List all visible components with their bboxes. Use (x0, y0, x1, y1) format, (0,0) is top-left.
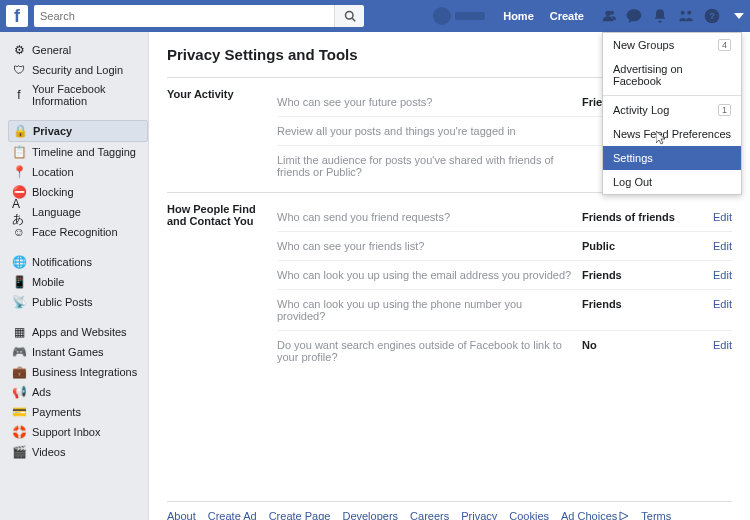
adchoices-icon (619, 511, 629, 520)
footer-link-create-ad[interactable]: Create Ad (208, 510, 257, 520)
footer-link-developers[interactable]: Developers (342, 510, 398, 520)
dropdown-badge: 1 (718, 104, 731, 116)
footer-link-create-page[interactable]: Create Page (269, 510, 331, 520)
sidebar-item-apps-and-websites[interactable]: ▦Apps and Websites (8, 322, 148, 342)
sidebar-item-label: Your Facebook Information (32, 83, 144, 107)
search-wrap (34, 5, 364, 27)
dropdown-item-new-groups[interactable]: New Groups4 (603, 33, 741, 57)
friend-requests-icon[interactable] (600, 8, 616, 24)
help-icon[interactable]: ? (704, 8, 720, 24)
svg-text:?: ? (709, 11, 715, 21)
sidebar-item-videos[interactable]: 🎬Videos (8, 442, 148, 462)
search-button[interactable] (334, 5, 364, 27)
sidebar-icon: 🎮 (12, 345, 26, 359)
setting-row: Do you want search engines outside of Fa… (277, 331, 732, 371)
footer-link-terms[interactable]: Terms (641, 510, 671, 520)
account-menu-caret[interactable] (734, 13, 744, 19)
sidebar-icon: 🔒 (13, 124, 27, 138)
sidebar-item-mobile[interactable]: 📱Mobile (8, 272, 148, 292)
sidebar-icon: f (12, 88, 26, 102)
sidebar-icon: 🌐 (12, 255, 26, 269)
svg-line-1 (352, 18, 355, 21)
sidebar-item-business-integrations[interactable]: 💼Business Integrations (8, 362, 148, 382)
sidebar-icon: 🎬 (12, 445, 26, 459)
sidebar-item-instant-games[interactable]: 🎮Instant Games (8, 342, 148, 362)
sidebar-item-your-facebook-information[interactable]: fYour Facebook Information (8, 80, 148, 110)
sidebar-icon: ⚙ (12, 43, 26, 57)
footer-link-privacy[interactable]: Privacy (461, 510, 497, 520)
sidebar-item-label: General (32, 44, 71, 56)
setting-value: Friends (582, 269, 692, 281)
sidebar-item-public-posts[interactable]: 📡Public Posts (8, 292, 148, 312)
nav-home[interactable]: Home (503, 10, 534, 22)
sidebar-icon: 📡 (12, 295, 26, 309)
settings-sidebar: ⚙General🛡Security and LoginfYour Faceboo… (0, 32, 148, 520)
setting-row: Who can see your friends list?PublicEdit (277, 232, 732, 261)
dropdown-item-advertising-on-facebook[interactable]: Advertising on Facebook (603, 57, 741, 93)
sidebar-icon: 🛡 (12, 63, 26, 77)
profile-name[interactable] (455, 12, 485, 20)
sidebar-item-label: Ads (32, 386, 51, 398)
sidebar-icon: 🛟 (12, 425, 26, 439)
setting-question: Who can see your future posts? (277, 96, 582, 108)
setting-value: No (582, 339, 692, 363)
edit-link[interactable]: Edit (713, 211, 732, 223)
profile-avatar[interactable] (433, 7, 451, 25)
sidebar-item-label: Apps and Websites (32, 326, 127, 338)
sidebar-item-location[interactable]: 📍Location (8, 162, 148, 182)
sidebar-item-language[interactable]: AあLanguage (8, 202, 148, 222)
search-icon (344, 10, 356, 22)
footer-link-careers[interactable]: Careers (410, 510, 449, 520)
sidebar-item-face-recognition[interactable]: ☺Face Recognition (8, 222, 148, 242)
sidebar-item-label: Support Inbox (32, 426, 101, 438)
edit-link[interactable]: Edit (713, 298, 732, 310)
sidebar-icon: 📍 (12, 165, 26, 179)
sidebar-item-ads[interactable]: 📢Ads (8, 382, 148, 402)
sidebar-item-security-and-login[interactable]: 🛡Security and Login (8, 60, 148, 80)
setting-question: Review all your posts and things you're … (277, 125, 582, 137)
sidebar-icon: ☺ (12, 225, 26, 239)
sidebar-icon: 📢 (12, 385, 26, 399)
setting-value: Friends of friends (582, 211, 692, 223)
facebook-logo[interactable]: f (6, 5, 28, 27)
sidebar-item-label: Mobile (32, 276, 64, 288)
settings-section: How People Find and Contact YouWho can s… (167, 192, 732, 371)
footer-link-ad-choices[interactable]: Ad Choices (561, 510, 629, 520)
edit-link[interactable]: Edit (713, 240, 732, 252)
setting-question: Who can look you up using the phone numb… (277, 298, 582, 322)
dropdown-item-activity-log[interactable]: Activity Log1 (603, 98, 741, 122)
quick-help-icon[interactable] (678, 8, 694, 24)
setting-question: Who can look you up using the email addr… (277, 269, 582, 281)
section-label: Your Activity (167, 88, 277, 186)
nav-create[interactable]: Create (550, 10, 584, 22)
dropdown-item-settings[interactable]: Settings (603, 146, 741, 170)
sidebar-item-timeline-and-tagging[interactable]: 📋Timeline and Tagging (8, 142, 148, 162)
sidebar-item-label: Instant Games (32, 346, 104, 358)
sidebar-item-blocking[interactable]: ⛔Blocking (8, 182, 148, 202)
sidebar-item-notifications[interactable]: 🌐Notifications (8, 252, 148, 272)
footer-link-cookies[interactable]: Cookies (509, 510, 549, 520)
sidebar-icon: Aあ (12, 205, 26, 219)
sidebar-item-payments[interactable]: 💳Payments (8, 402, 148, 422)
svg-point-0 (345, 12, 353, 20)
sidebar-item-support-inbox[interactable]: 🛟Support Inbox (8, 422, 148, 442)
sidebar-item-label: Face Recognition (32, 226, 118, 238)
sidebar-icon: 📋 (12, 145, 26, 159)
setting-question: Who can see your friends list? (277, 240, 582, 252)
sidebar-item-privacy[interactable]: 🔒Privacy (8, 120, 148, 142)
dropdown-item-news-feed-preferences[interactable]: News Feed Preferences (603, 122, 741, 146)
top-bar: f Home Create ? (0, 0, 750, 32)
sidebar-item-label: Location (32, 166, 74, 178)
sidebar-icon: ▦ (12, 325, 26, 339)
messages-icon[interactable] (626, 8, 642, 24)
notifications-icon[interactable] (652, 8, 668, 24)
footer-link-about[interactable]: About (167, 510, 196, 520)
search-input[interactable] (34, 5, 334, 27)
sidebar-item-label: Privacy (33, 125, 72, 137)
sidebar-item-general[interactable]: ⚙General (8, 40, 148, 60)
sidebar-item-label: Notifications (32, 256, 92, 268)
setting-value: Public (582, 240, 692, 252)
edit-link[interactable]: Edit (713, 339, 732, 351)
edit-link[interactable]: Edit (713, 269, 732, 281)
dropdown-item-log-out[interactable]: Log Out (603, 170, 741, 194)
